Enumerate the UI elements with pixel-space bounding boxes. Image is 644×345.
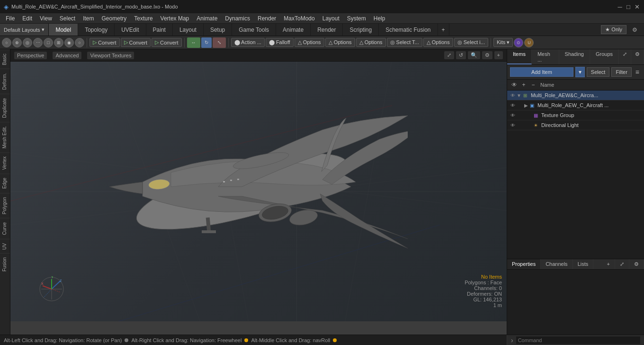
menu-texture[interactable]: Texture [130,14,156,23]
sidebar-tab-curve[interactable]: Curve [0,218,10,239]
menu-animate[interactable]: Animate [193,14,221,23]
menu-layout[interactable]: Layout [319,14,343,23]
menu-render[interactable]: Render [254,14,280,23]
tool-rotate-icon[interactable]: ↻ [201,37,212,48]
convert-button-3[interactable]: ▷ Convert [152,38,182,47]
panel-tab-items[interactable]: Items [507,49,532,64]
tab-render[interactable]: Render [311,24,343,36]
props-tab-channels[interactable]: Channels [541,259,572,269]
add-item-arrow[interactable]: ▾ [575,67,585,77]
options-button-4[interactable]: △ Options [423,38,453,47]
tool-grid-icon[interactable]: ⊞ [54,38,63,47]
tab-add[interactable]: + [438,24,449,36]
panel-tab-settings-icon[interactable]: ⚙ [631,49,644,64]
add-item-button[interactable]: Add Item [510,67,573,77]
tab-model[interactable]: Model [49,24,78,36]
props-tab-add[interactable]: + [602,259,615,269]
menu-edit[interactable]: Edit [18,14,36,23]
items-vis-icon[interactable]: 👁 [510,81,519,89]
star-only-button[interactable]: ★ Only [601,25,626,34]
viewport-perspective-btn[interactable]: Perspective [14,52,47,59]
item-row-root[interactable]: 👁 ▼ ⊞ Multi_Role_AEW&C_Aircra... [507,91,644,100]
options-button-2[interactable]: △ Options [325,38,355,47]
items-filter-button[interactable]: Filter [611,67,631,77]
viewport-canvas[interactable]: Z X Y No Items Polygons : Face Channels:… [10,62,507,321]
sidebar-tab-uv[interactable]: UV [0,239,10,254]
tool-circle-icon[interactable]: ○ [75,38,84,47]
menu-system[interactable]: System [343,14,370,23]
tab-scripting[interactable]: Scripting [343,24,379,36]
sidebar-tab-polygon[interactable]: Polygon [0,193,10,218]
options-button-1[interactable]: △ Options [295,38,324,47]
select-i-button[interactable]: ◎ Select i... [454,38,488,47]
menu-view[interactable]: View [36,14,56,23]
tab-layout[interactable]: Layout [173,24,204,36]
tab-uvedit[interactable]: UVEdit [115,24,146,36]
props-tab-lists[interactable]: Lists [573,259,594,269]
tab-setup[interactable]: Setup [204,24,232,36]
props-tab-properties[interactable]: Properties [507,259,541,269]
command-input[interactable] [516,336,640,344]
close-button[interactable]: ✕ [634,3,640,10]
item-row-texture[interactable]: 👁 ▦ Texture Group [507,110,644,120]
convert-button-1[interactable]: ▷ Convert [89,38,120,47]
options-button-3[interactable]: △ Options [356,38,386,47]
menu-help[interactable]: Help [370,14,389,23]
panel-tab-expand-icon[interactable]: ⤢ [619,49,631,64]
sidebar-tab-mesh-edit[interactable]: Mesh Edit. [0,122,10,152]
menu-vertex-map[interactable]: Vertex Map [157,14,193,23]
maximize-button[interactable]: □ [625,3,632,10]
tab-topology[interactable]: Topology [78,24,115,36]
sidebar-tab-vertex[interactable]: Vertex [0,152,10,173]
item-row-mesh[interactable]: 👁 ▶ ▣ Multi_Role_AEW_C_Aircraft ... [507,100,644,110]
gear-button[interactable]: ⚙ [629,26,640,34]
viewport-reset-icon[interactable]: ↺ [456,51,466,59]
props-tab-expand[interactable]: ⤢ [615,259,629,269]
tool-box-icon[interactable]: □ [44,38,53,47]
panel-tab-shading[interactable]: Shading [559,49,590,64]
tab-animate[interactable]: Animate [276,24,311,36]
sidebar-tab-fusion[interactable]: Fusion [0,253,10,275]
default-layouts-button[interactable]: Default Layouts ▾ [0,24,49,36]
tab-schematic-fusion[interactable]: Schematic Fusion [379,24,438,36]
item-arrow-mesh[interactable]: ▶ [524,103,528,108]
tool-target-icon[interactable]: ◎ [23,38,32,47]
falloff-button[interactable]: ⬤ Falloff [266,38,294,47]
sidebar-tab-duplicate[interactable]: Duplicate [0,94,10,122]
tab-game-tools[interactable]: Game Tools [232,24,276,36]
tool-extra-icon-1[interactable]: ⊙ [514,38,523,47]
tool-sphere-icon[interactable]: ◉ [64,38,74,47]
items-select-button[interactable]: Select [587,67,610,77]
menu-file[interactable]: File [2,14,18,23]
tool-more-icon[interactable]: ⋯ [33,38,43,47]
sidebar-tab-edge[interactable]: Edge [0,173,10,192]
viewport-zoom-icon[interactable]: 🔍 [468,51,480,59]
select-t-button[interactable]: ◎ Select T... [387,38,422,47]
tool-orbit-icon[interactable]: ⊕ [12,38,22,47]
viewport-settings-icon[interactable]: ⚙ [482,51,492,59]
panel-tab-groups[interactable]: Groups [590,49,619,64]
menu-select[interactable]: Select [56,14,79,23]
viewport-textures-btn[interactable]: Viewport Textures [87,52,134,59]
tool-select-icon[interactable]: ○ [2,38,11,47]
item-arrow-root[interactable]: ▼ [517,93,521,98]
sidebar-tab-basic[interactable]: Basic [0,49,10,69]
action-button[interactable]: ⬤ Action ... [231,38,265,47]
item-vis-mesh[interactable]: 👁 [509,101,517,109]
tool-move-icon[interactable]: ↔ [187,37,200,48]
menu-maxtomodo[interactable]: MaxToModo [280,14,318,23]
items-expand-icon[interactable]: + [519,81,528,89]
navigation-gizmo[interactable]: Z X Y [39,276,65,302]
item-row-light[interactable]: 👁 ☀ Directional Light [507,120,644,130]
viewport-plus-icon[interactable]: + [494,51,503,59]
menu-item[interactable]: Item [79,14,98,23]
viewport-advanced-btn[interactable]: Advanced [53,52,81,59]
item-vis-texture[interactable]: 👁 [509,111,517,119]
tool-scale-icon[interactable]: ⤡ [213,37,226,48]
minimize-button[interactable]: ─ [617,3,623,10]
items-collapse-icon[interactable]: − [529,81,537,89]
sidebar-tab-deform[interactable]: Deform. [0,69,10,94]
menu-geometry[interactable]: Geometry [98,14,131,23]
panel-tab-mesh[interactable]: Mesh ... [532,49,559,64]
tab-paint[interactable]: Paint [146,24,173,36]
